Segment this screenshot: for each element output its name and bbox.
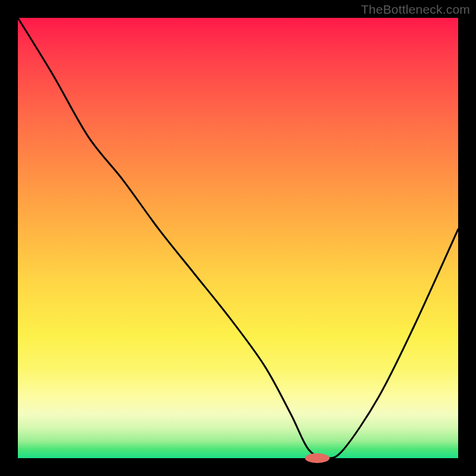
watermark-text: TheBottleneck.com (361, 2, 470, 17)
optimum-marker (305, 453, 329, 463)
chart-svg (18, 18, 458, 458)
bottleneck-curve (18, 18, 458, 458)
chart-frame: TheBottleneck.com (0, 0, 476, 476)
